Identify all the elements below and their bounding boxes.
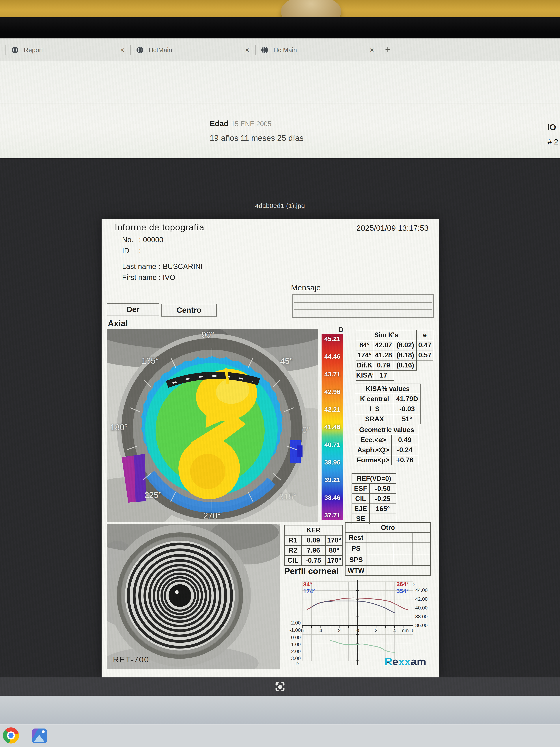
meridian-label-red-right: 264° bbox=[397, 581, 409, 587]
tab-hctmain-1[interactable]: HctMain × bbox=[136, 39, 249, 61]
ref-title: REF(VD=0) bbox=[352, 474, 396, 484]
mensaje-label: Mensaje bbox=[291, 283, 321, 292]
left-axis-tick: 3.00 bbox=[291, 655, 301, 661]
perfil-corneal-title: Perfil corneal bbox=[284, 566, 339, 576]
tab-close-icon[interactable]: × bbox=[370, 46, 374, 54]
kisa-row-label: SRAX bbox=[355, 414, 394, 424]
map-degree-label: 90° bbox=[202, 330, 214, 340]
ref-row-label: EJE bbox=[352, 504, 370, 514]
otro-row-label: WTW bbox=[345, 566, 367, 576]
simk-steep-power: 42.07 bbox=[373, 340, 394, 350]
geo-row-value: -0.24 bbox=[392, 445, 418, 455]
globe-icon bbox=[136, 46, 144, 54]
ref-row-label: ESF bbox=[352, 484, 370, 494]
map-degree-label: 45° bbox=[280, 356, 293, 366]
geo-row-value: 0.49 bbox=[392, 435, 418, 445]
right-axis-tick: 44.00 bbox=[415, 588, 428, 593]
otro-cell-empty bbox=[394, 554, 412, 566]
new-tab-button[interactable]: + bbox=[385, 44, 391, 55]
map-degree-label: 0° bbox=[302, 425, 310, 435]
otro-cell-empty bbox=[412, 533, 431, 543]
ker-row-axis: 170° bbox=[325, 556, 343, 566]
otro-cell-empty bbox=[367, 554, 394, 566]
tab-close-icon[interactable]: × bbox=[120, 46, 125, 54]
scale-value: 42.21 bbox=[324, 406, 340, 413]
simk-flat-axis: 174° bbox=[356, 350, 373, 360]
tab-report[interactable]: Report × bbox=[11, 39, 125, 61]
photos-icon[interactable] bbox=[32, 728, 47, 743]
no-label: No. bbox=[122, 236, 139, 244]
chrome-icon[interactable] bbox=[3, 727, 19, 744]
otro-cell-empty bbox=[412, 543, 431, 554]
tab-hctmain-2[interactable]: HctMain × bbox=[261, 39, 374, 61]
map-degree-label: 315° bbox=[279, 492, 296, 501]
meridian-label-red-left: 84° bbox=[303, 581, 312, 588]
simk-steep-radius: (8.02) bbox=[394, 340, 417, 350]
patient-age-block: Edad15 ENE 2005 19 años 11 meses 25 días bbox=[210, 119, 303, 143]
otro-title: Otro bbox=[345, 523, 431, 533]
chart-unit-top: D bbox=[411, 582, 415, 587]
meridian-label-blue-left: 174° bbox=[303, 588, 315, 595]
lens-icon[interactable] bbox=[274, 680, 286, 693]
otro-cell-empty bbox=[394, 543, 412, 554]
ker-row-label: CIL bbox=[285, 556, 301, 566]
ker-row-label: R1 bbox=[285, 535, 301, 545]
clipped-text-right-bottom: # 2 bbox=[548, 137, 558, 146]
ker-row-value: 7.96 bbox=[301, 545, 325, 556]
ker-row-axis: 80° bbox=[325, 545, 343, 556]
simk-steep-axis: 84° bbox=[356, 340, 373, 350]
geometric-values-table: Geometric values Ecc.<e>0.49 Asph.<Q>-0.… bbox=[355, 424, 418, 465]
scale-value: 41.46 bbox=[324, 423, 340, 431]
kisa-row-label: K central bbox=[355, 394, 394, 404]
left-axis-tick: 1.00 bbox=[291, 642, 301, 647]
kisa-row-value: 51° bbox=[394, 414, 420, 424]
kisa-row-label: I_S bbox=[355, 404, 394, 414]
kisa-title: KISA% values bbox=[355, 384, 420, 394]
map-degree-label: 180° bbox=[110, 422, 128, 432]
map-degree-label: 225° bbox=[144, 490, 162, 500]
empty-cell bbox=[394, 370, 417, 381]
patient-last-line: Last name: BUSCARINI bbox=[122, 262, 203, 271]
mensaje-box bbox=[292, 294, 434, 318]
meridian-label-blue-right: 354° bbox=[397, 588, 409, 594]
wall-background bbox=[0, 0, 560, 18]
scale-unit-label: D bbox=[338, 326, 344, 334]
map-degree-label: 135° bbox=[141, 356, 159, 366]
scale-value: 44.46 bbox=[324, 353, 340, 360]
right-axis-tick: 42.00 bbox=[415, 596, 428, 602]
device-model-label: RET-700 bbox=[113, 655, 149, 664]
scale-value: 42.96 bbox=[324, 388, 340, 395]
geo-row-label: Ecc.<e> bbox=[355, 435, 392, 445]
topography-report-page: Informe de topografía 2025/01/09 13:17:5… bbox=[102, 219, 439, 677]
tab-label: HctMain bbox=[273, 46, 297, 54]
desktop-strip bbox=[0, 696, 560, 724]
last-name-value: : BUSCARINI bbox=[159, 262, 203, 271]
tab-label: Report bbox=[24, 46, 43, 54]
empty-cell bbox=[417, 370, 433, 381]
left-axis-tick: -1.00 bbox=[289, 627, 301, 633]
rexxam-logo: Rexxam bbox=[384, 655, 426, 668]
patient-first-line: First name: IVO bbox=[122, 273, 175, 282]
simk-steep-e: 0.47 bbox=[417, 340, 433, 350]
simk-dif-power: 0.79 bbox=[373, 360, 394, 370]
ker-row-label: R2 bbox=[285, 545, 301, 556]
last-name-label: Last name bbox=[122, 262, 159, 271]
scale-value: 37.71 bbox=[324, 512, 340, 519]
x-axis-tick: 4 bbox=[319, 628, 322, 633]
ker-row-value: 8.09 bbox=[301, 535, 325, 545]
browser-tab-strip: Report × HctMain × HctMa bbox=[0, 39, 560, 61]
x-axis-tick: 6 bbox=[301, 628, 303, 633]
perfil-corneal-chart: 84° 174° 264° 354° D 44.00 42.00 40.00 3… bbox=[285, 578, 439, 666]
tab-close-icon[interactable]: × bbox=[245, 46, 249, 54]
der-button: Der bbox=[107, 303, 159, 315]
centro-button: Centro bbox=[161, 304, 217, 316]
left-axis-tick: 0.00 bbox=[291, 635, 301, 640]
scale-value: 45.21 bbox=[324, 335, 340, 342]
kisa-row-value: -0.03 bbox=[394, 404, 420, 414]
geo-row-value: +0.76 bbox=[392, 455, 418, 465]
scale-value: 39.21 bbox=[324, 476, 340, 484]
chart-unit-bottom: D bbox=[296, 661, 299, 666]
tab-separator bbox=[5, 45, 6, 55]
tab-separator bbox=[130, 45, 131, 55]
diopter-color-scale: 45.21 44.46 43.71 42.96 42.21 41.46 40.7… bbox=[322, 334, 343, 520]
